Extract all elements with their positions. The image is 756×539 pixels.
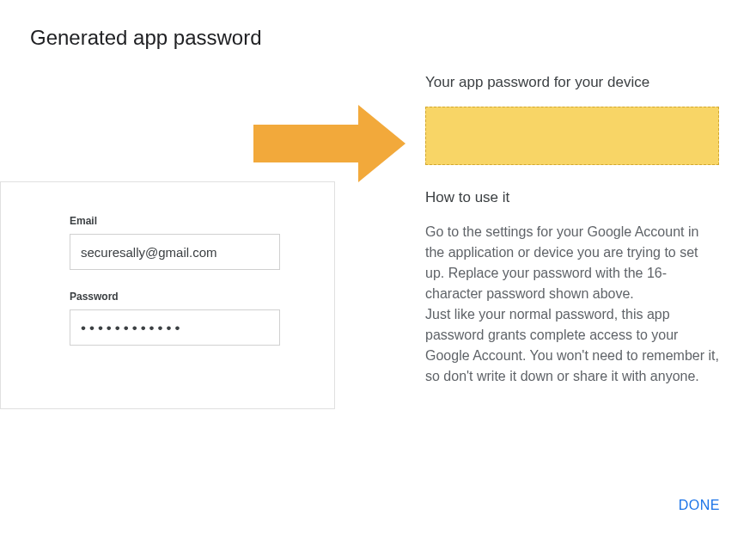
device-password-subtitle: Your app password for your device: [425, 74, 719, 91]
right-column: Your app password for your device How to…: [408, 74, 726, 387]
left-column: Email securesally@gmail.com Password •••…: [30, 74, 408, 387]
content-area: Email securesally@gmail.com Password •••…: [30, 74, 726, 387]
password-masked-value: ••••••••••••: [81, 321, 183, 335]
example-login-card: Email securesally@gmail.com Password •••…: [0, 181, 335, 409]
email-value: securesally@gmail.com: [81, 245, 217, 260]
done-button[interactable]: DONE: [675, 491, 723, 520]
page-title: Generated app password: [30, 26, 726, 50]
generated-password-box[interactable]: [425, 107, 719, 165]
instructions-paragraph-2: Just like your normal password, this app…: [425, 307, 719, 383]
instructions-paragraph-1: Go to the settings for your Google Accou…: [425, 224, 698, 301]
email-label: Email: [70, 215, 300, 227]
password-label: Password: [70, 291, 300, 303]
arrow-icon: [253, 105, 406, 182]
how-to-use-title: How to use it: [425, 189, 719, 206]
email-field[interactable]: securesally@gmail.com: [70, 234, 280, 270]
instructions-text: Go to the settings for your Google Accou…: [425, 222, 719, 387]
password-field[interactable]: ••••••••••••: [70, 309, 280, 346]
